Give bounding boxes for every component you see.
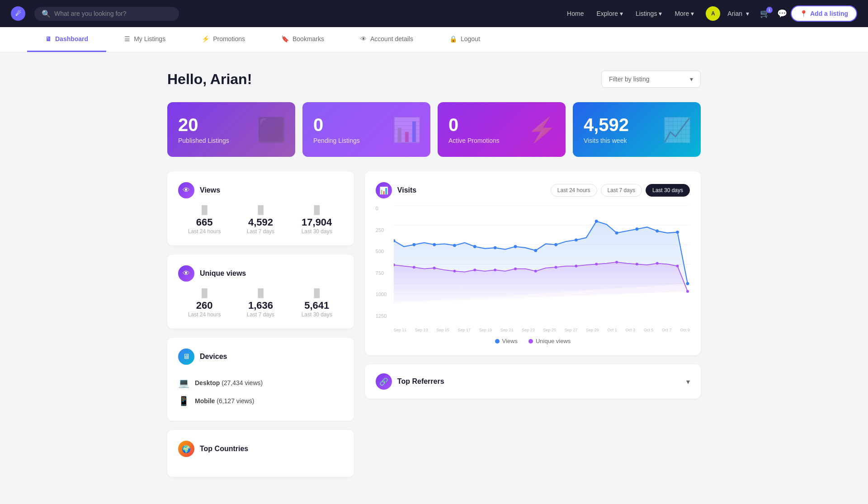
svg-point-24	[453, 270, 456, 273]
filter-7d[interactable]: Last 7 days	[601, 184, 642, 197]
listings-icon: ☰	[124, 35, 130, 42]
device-mobile: 📱 Mobile (6,127 views)	[178, 392, 343, 410]
chart-y-labels: 1250 1000 750 500 250 0	[376, 206, 387, 319]
unique-views-panel-header: 👁 Unique views	[178, 265, 343, 282]
unique-views-stat-30d: ▐▌ 5,641 Last 30 days	[291, 291, 343, 318]
stat-card-promotions: 0 Active Promotions ⚡	[438, 102, 566, 157]
top-navigation: ☄ 🔍 Home Explore ▾ Listings ▾ More ▾ A A…	[0, 0, 868, 27]
svg-point-33	[636, 263, 638, 265]
svg-point-20	[686, 282, 689, 285]
content-grid: 👁 Views ▐▌ 665 Last 24 hours ▐▌ 4,592 La…	[167, 171, 701, 477]
search-icon: 🔍	[42, 9, 51, 18]
devices-panel: 🖥 Devices 💻 Desktop (27,434 views) 📱	[167, 338, 354, 421]
promotions-icon: ⚡	[527, 116, 557, 143]
svg-point-34	[656, 262, 659, 265]
views-stat-7d: ▐▌ 4,592 Last 7 days	[234, 207, 287, 235]
top-countries-header: 🌍 Top Countries	[178, 441, 343, 457]
svg-point-8	[453, 244, 456, 247]
devices-list: 💻 Desktop (27,434 views) 📱 Mobile (6,127…	[178, 374, 343, 410]
nav-my-listings[interactable]: ☰ My Listings	[106, 27, 184, 52]
nav-home[interactable]: Home	[562, 7, 588, 20]
page-title: Hello, Arian!	[167, 71, 252, 88]
views-stat-30d: ▐▌ 17,904 Last 30 days	[291, 207, 343, 235]
unique-views-stats-row: ▐▌ 260 Last 24 hours ▐▌ 1,636 Last 7 day…	[178, 291, 343, 318]
legend-dot-views	[495, 339, 500, 344]
mobile-icon: 📱	[178, 396, 189, 406]
time-filters: Last 24 hours Last 7 days Last 30 days	[551, 184, 690, 197]
nav-more[interactable]: More ▾	[670, 7, 698, 20]
svg-point-11	[514, 245, 517, 248]
svg-point-12	[534, 249, 537, 252]
svg-point-7	[433, 243, 436, 246]
visits-chart-svg	[394, 206, 690, 303]
search-input[interactable]	[54, 10, 172, 17]
legend-views: Views	[495, 338, 518, 344]
logo-icon[interactable]: ☄	[11, 6, 25, 21]
chevron-down-icon: ▾	[690, 75, 693, 83]
main-content: Hello, Arian! Filter by listing ▾ 20 Pub…	[140, 52, 728, 495]
chart-legend: Views Unique views	[376, 338, 690, 344]
nav-listings[interactable]: Listings ▾	[631, 7, 666, 20]
svg-point-19	[676, 231, 679, 234]
svg-point-23	[433, 267, 435, 269]
nav-promotions[interactable]: ⚡ Promotions	[184, 27, 263, 52]
cart-icon[interactable]: 🛒 1	[760, 9, 770, 19]
cart-badge: 1	[766, 7, 773, 13]
user-avatar[interactable]: A	[706, 6, 720, 21]
devices-icon: 🖥	[178, 349, 194, 365]
nav-links: Home Explore ▾ Listings ▾ More ▾ A Arian…	[562, 5, 857, 22]
devices-title: Devices	[200, 353, 227, 361]
nav-bookmarks[interactable]: 🔖 Bookmarks	[263, 27, 342, 52]
svg-point-14	[575, 238, 578, 241]
unique-views-title: Unique views	[200, 269, 246, 278]
referrers-expand-icon[interactable]: ▾	[686, 377, 690, 386]
nav-explore[interactable]: Explore ▾	[592, 7, 627, 20]
location-icon: 📍	[800, 10, 807, 17]
referrers-panel: 🔗 Top Referrers ▾	[365, 364, 701, 399]
legend-dot-unique	[528, 339, 533, 344]
logout-icon: 🔒	[449, 35, 457, 42]
filter-30d[interactable]: Last 30 days	[646, 184, 690, 197]
unique-views-stat-7d: ▐▌ 1,636 Last 7 days	[234, 291, 287, 318]
svg-point-32	[615, 261, 618, 264]
svg-point-26	[494, 268, 496, 271]
views-panel: 👁 Views ▐▌ 665 Last 24 hours ▐▌ 4,592 La…	[167, 171, 354, 245]
visits-chart-panel: 📊 Visits Last 24 hours Last 7 days Last …	[365, 171, 701, 355]
sub-navigation: 🖥 Dashboard ☰ My Listings ⚡ Promotions 🔖…	[0, 27, 868, 52]
svg-point-9	[473, 245, 476, 248]
unique-views-stat-24h: ▐▌ 260 Last 24 hours	[178, 291, 231, 318]
views-stats-row: ▐▌ 665 Last 24 hours ▐▌ 4,592 Last 7 day…	[178, 207, 343, 235]
chart-x-labels: Sep 11 Sep 13 Sep 15 Sep 17 Sep 19 Sep 2…	[394, 328, 690, 332]
referrers-title: Top Referrers	[397, 377, 444, 386]
chart-title: Visits	[397, 186, 416, 194]
svg-point-16	[615, 231, 618, 235]
bar-icon-7d: ▐▌	[255, 205, 267, 215]
unique-views-panel: 👁 Unique views ▐▌ 260 Last 24 hours ▐▌ 1…	[167, 254, 354, 329]
bar-icon-24h: ▐▌	[198, 205, 210, 215]
user-name[interactable]: Arian ▾	[727, 10, 749, 17]
chart-title-row: 📊 Visits	[376, 182, 416, 198]
nav-logout[interactable]: 🔒 Logout	[431, 27, 498, 52]
svg-point-30	[575, 265, 577, 268]
account-icon: 👁	[360, 35, 367, 42]
svg-point-36	[686, 290, 689, 293]
page-header: Hello, Arian! Filter by listing ▾	[167, 71, 701, 88]
search-bar[interactable]: 🔍	[34, 7, 179, 21]
filter-24h[interactable]: Last 24 hours	[551, 184, 597, 197]
filter-dropdown[interactable]: Filter by listing ▾	[601, 71, 701, 88]
views-panel-header: 👁 Views	[178, 182, 343, 198]
nav-account[interactable]: 👁 Account details	[342, 27, 431, 52]
nav-dashboard[interactable]: 🖥 Dashboard	[27, 27, 106, 52]
unique-views-icon: 👁	[178, 265, 194, 282]
add-listing-button[interactable]: 📍 Add a listing	[791, 5, 857, 22]
referrers-left: 🔗 Top Referrers	[376, 373, 444, 390]
devices-panel-header: 🖥 Devices	[178, 349, 343, 365]
top-countries-panel: 🌍 Top Countries	[167, 430, 354, 477]
stat-card-published: 20 Published Listings ⬛	[167, 102, 295, 157]
svg-point-27	[514, 268, 517, 270]
svg-point-6	[412, 243, 415, 246]
published-icon: ⬛	[257, 116, 286, 143]
stat-card-pending: 0 Pending Listings 📊	[302, 102, 430, 157]
messages-icon[interactable]: 💬	[777, 9, 787, 19]
svg-point-25	[473, 268, 476, 271]
